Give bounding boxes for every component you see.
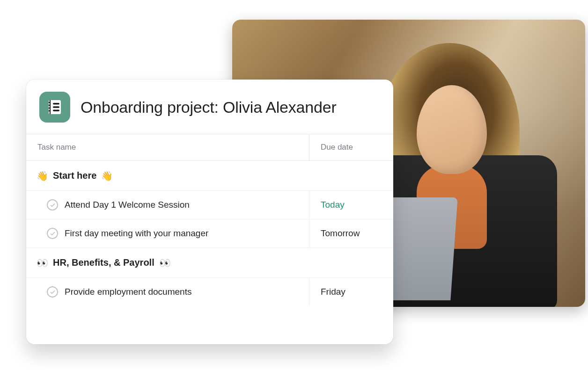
task-due-date[interactable]: Friday <box>321 287 345 297</box>
svg-point-6 <box>49 105 50 106</box>
svg-point-5 <box>49 102 50 103</box>
eyes-emoji-icon: 👀 <box>159 258 171 268</box>
section-header[interactable]: 👋 Start here 👋 <box>26 161 393 191</box>
task-due-date[interactable]: Tomorrow <box>321 228 360 239</box>
task-row[interactable]: Attend Day 1 Welcome Session Today <box>26 191 393 219</box>
column-task-name: Task name <box>37 143 76 152</box>
task-name: Attend Day 1 Welcome Session <box>65 200 190 210</box>
svg-point-7 <box>49 108 50 109</box>
project-title: Onboarding project: Olivia Alexander <box>81 98 337 116</box>
column-due-date: Due date <box>321 143 353 152</box>
task-name: First day meeting with your manager <box>65 228 208 239</box>
column-headers: Task name Due date <box>26 134 393 161</box>
svg-point-8 <box>49 110 50 112</box>
section-title: Start here <box>53 170 96 181</box>
project-card: Onboarding project: Olivia Alexander Tas… <box>26 80 393 344</box>
project-header: Onboarding project: Olivia Alexander <box>26 80 393 134</box>
svg-rect-4 <box>53 110 59 111</box>
svg-rect-1 <box>50 100 51 114</box>
svg-rect-2 <box>53 103 59 104</box>
eyes-emoji-icon: 👀 <box>37 258 48 268</box>
task-row[interactable]: Provide employment documents Friday <box>26 278 393 306</box>
project-icon <box>39 92 70 123</box>
wave-emoji-icon: 👋 <box>37 171 48 181</box>
task-due-date[interactable]: Today <box>321 200 345 210</box>
task-row[interactable]: First day meeting with your manager Tomo… <box>26 219 393 248</box>
section-title: HR, Benefits, & Payroll <box>53 257 154 268</box>
task-name: Provide employment documents <box>65 287 191 297</box>
wave-emoji-icon: 👋 <box>101 171 113 181</box>
complete-task-checkbox[interactable] <box>47 199 58 211</box>
complete-task-checkbox[interactable] <box>47 286 58 298</box>
complete-task-checkbox[interactable] <box>47 228 58 239</box>
section-header[interactable]: 👀 HR, Benefits, & Payroll 👀 <box>26 248 393 278</box>
svg-rect-3 <box>53 106 59 108</box>
